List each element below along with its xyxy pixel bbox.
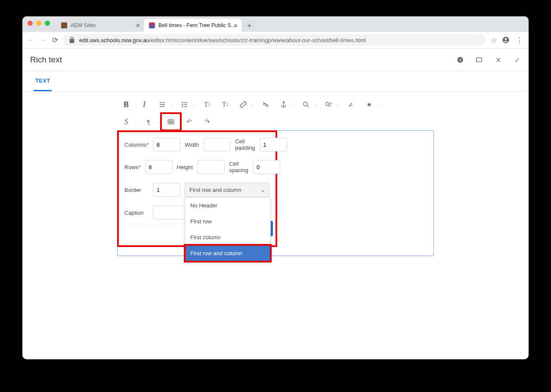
table-properties-dialog: Columns* Width Cell padding Rows* Height… <box>117 130 277 247</box>
close-tab-icon[interactable]: ✕ <box>136 22 140 29</box>
favicon-icon <box>61 22 67 28</box>
editor-tabs: TEXT <box>22 71 529 92</box>
header-option-first-row-and-column[interactable]: First row and column <box>185 245 270 261</box>
header-selected: First row and column <box>189 187 241 193</box>
svg-point-11 <box>182 102 183 103</box>
header-select[interactable]: First row and column ⌄ No Header First r… <box>185 182 270 197</box>
undo-button[interactable]: ↶ <box>180 114 198 130</box>
width-input[interactable] <box>203 138 231 151</box>
table-button[interactable] <box>162 114 180 130</box>
fullscreen-icon[interactable] <box>475 56 483 64</box>
close-tab-icon[interactable]: ✕ <box>233 22 238 29</box>
svg-rect-4 <box>477 58 482 62</box>
forward-icon[interactable]: → <box>39 36 47 44</box>
header-option-first-column[interactable]: First column <box>185 229 270 245</box>
close-icon[interactable]: ✕ <box>494 56 502 64</box>
cellspacing-input[interactable] <box>253 160 280 174</box>
tab-title: Bell times - Fern Tree Public S… <box>158 22 236 28</box>
spacer <box>22 282 529 359</box>
chevron-down-icon[interactable]: ⌄ <box>132 114 139 130</box>
rte-toolbar: B I ⌄ ⌄ T2 T2 ⌄ ⌄ ⌄ ⌄ ★ ⌄ S ⌄ ¶ ⌄ ↶ ↷ <box>22 92 529 130</box>
border-label: Border <box>124 187 149 193</box>
done-icon[interactable]: ✓ <box>513 56 521 64</box>
header-option-first-row[interactable]: First row <box>185 213 270 229</box>
header-dropdown: No Header First row First column First r… <box>185 197 271 262</box>
browser-menu-icon[interactable]: ⋮ <box>515 36 524 44</box>
redo-button[interactable]: ↷ <box>198 114 216 130</box>
browser-tabs: AEM Sites ✕ Bell times - Fern Tree Publi… <box>56 16 255 32</box>
tab-title: AEM Sites <box>71 22 96 28</box>
url-text: edit.sws.schools.nsw.gov.au/editor.html/… <box>79 37 366 43</box>
rows-label: Rows* <box>124 164 141 170</box>
header-actions: ? ✕ ✓ <box>456 56 521 64</box>
reload-icon[interactable]: ⟳ <box>51 36 59 45</box>
chevron-down-icon[interactable]: ⌄ <box>168 97 176 112</box>
svg-point-13 <box>182 106 183 107</box>
annotation-highlight <box>160 112 182 131</box>
svg-point-1 <box>505 38 507 40</box>
svg-line-18 <box>307 105 309 107</box>
close-window-button[interactable] <box>28 21 33 26</box>
editor-header: Rich text ? ✕ ✓ <box>22 49 529 71</box>
subscript-button[interactable]: T2 <box>198 97 216 112</box>
browser-tab-bell-times[interactable]: Bell times - Fern Tree Public S… ✕ <box>144 19 241 32</box>
chevron-down-icon[interactable]: ⌄ <box>334 97 342 112</box>
border-input[interactable] <box>153 183 180 197</box>
chevron-down-icon[interactable]: ⌄ <box>249 97 257 112</box>
minimize-window-button[interactable] <box>36 21 41 26</box>
svg-point-12 <box>182 104 183 105</box>
help-icon[interactable]: ? <box>456 56 464 64</box>
columns-label: Columns* <box>124 142 149 148</box>
browser-titlebar: AEM Sites ✕ Bell times - Fern Tree Publi… <box>22 16 529 32</box>
chevron-down-icon[interactable]: ⌄ <box>190 97 198 112</box>
svg-line-20 <box>329 105 331 107</box>
bookmark-star-icon[interactable]: ☆ <box>489 36 498 44</box>
chevron-down-icon[interactable]: ⌄ <box>375 97 382 112</box>
height-label: Height <box>177 164 193 170</box>
account-icon[interactable] <box>502 36 511 44</box>
browser-tab-aem-sites[interactable]: AEM Sites ✕ <box>56 19 144 32</box>
lock-icon <box>68 36 76 44</box>
cellspacing-label: Cell spacing <box>229 161 248 173</box>
svg-point-17 <box>303 102 307 106</box>
caption-label: Caption <box>124 210 149 216</box>
bold-button[interactable]: B <box>117 97 135 112</box>
dialog-title: Rich text <box>30 55 62 65</box>
width-label: Width <box>185 142 199 148</box>
unlink-button[interactable] <box>257 97 275 112</box>
height-input[interactable] <box>197 160 225 174</box>
maximize-window-button[interactable] <box>45 21 50 26</box>
svg-point-15 <box>283 102 285 103</box>
traffic-lights <box>28 21 50 26</box>
editor-stage: Columns* Width Cell padding Rows* Height… <box>117 130 434 256</box>
favicon-icon <box>149 22 155 28</box>
chevron-down-icon[interactable]: ⌄ <box>289 97 297 112</box>
header-option-none[interactable]: No Header <box>185 198 270 213</box>
chevron-down-icon[interactable]: ⌄ <box>312 97 319 112</box>
spellcheck-button[interactable] <box>342 97 360 112</box>
rows-input[interactable] <box>145 160 173 174</box>
svg-point-19 <box>326 102 329 106</box>
browser-window: AEM Sites ✕ Bell times - Fern Tree Publi… <box>22 16 529 359</box>
svg-text:?: ? <box>459 57 461 62</box>
superscript-button[interactable]: T2 <box>216 97 234 112</box>
back-icon[interactable]: ← <box>27 36 35 44</box>
columns-input[interactable] <box>153 138 180 151</box>
cellpadding-label: Cell padding <box>235 138 255 151</box>
address-bar: ← → ⟳ edit.sws.schools.nsw.gov.au/editor… <box>22 32 529 49</box>
cellpadding-input[interactable] <box>260 138 287 151</box>
url-field[interactable]: edit.sws.schools.nsw.gov.au/editor.html/… <box>63 34 486 46</box>
new-tab-button[interactable]: + <box>243 20 255 32</box>
tab-text[interactable]: TEXT <box>34 71 52 91</box>
italic-button[interactable]: I <box>135 97 153 112</box>
chevron-down-icon: ⌄ <box>260 187 265 193</box>
